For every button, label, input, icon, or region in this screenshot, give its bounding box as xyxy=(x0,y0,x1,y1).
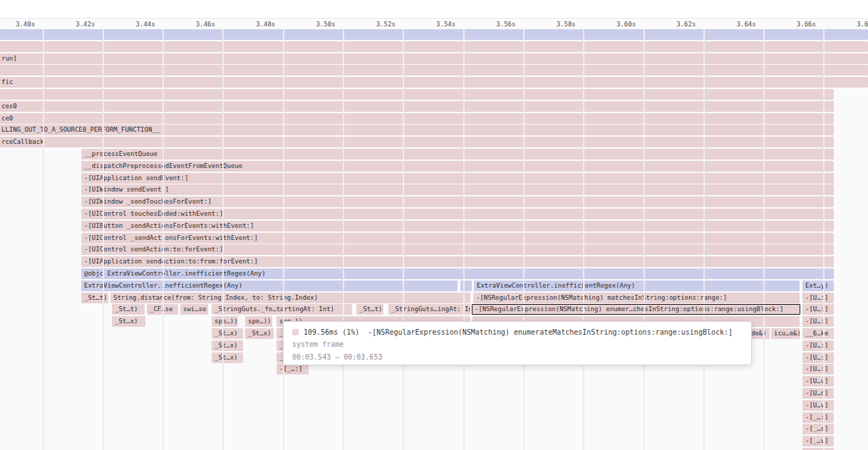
flame-bar[interactable]: _St…x) xyxy=(212,340,243,351)
flame-bar-label: -[UIButton _sendActionsForEvents:withEve… xyxy=(84,222,254,229)
gridline xyxy=(463,29,465,450)
flame-bar-label: _St…x) xyxy=(215,330,238,337)
gridline xyxy=(823,29,825,450)
flame-bar[interactable]: _StringGuts…ingAt: Int) xyxy=(388,304,470,315)
flame-bar[interactable]: Ext…y) xyxy=(802,281,834,291)
flame-bar[interactable]: -[NSRegularExpression(NSMatching) matche… xyxy=(473,293,800,303)
flame-bar[interactable]: ExtraViewController.inefficientRegex(Any… xyxy=(81,281,458,291)
flame-bar[interactable]: @objc ExtraViewController.inefficientReg… xyxy=(81,268,834,279)
gridline xyxy=(343,29,344,450)
time-axis-label: 3.46s xyxy=(191,20,219,28)
flame-bar[interactable]: String.distance(from: String.Index, to: … xyxy=(110,293,470,303)
gridline xyxy=(43,29,44,450)
flame-bar[interactable] xyxy=(0,41,868,52)
tooltip-time-range: 00:03.543 — 00:03.653 xyxy=(292,353,382,361)
flame-bar[interactable]: fic xyxy=(0,77,868,88)
gridline xyxy=(703,29,705,450)
flame-bar-label: -[U…v] xyxy=(805,402,829,409)
flame-bar[interactable]: -[U…v] xyxy=(802,400,834,411)
flame-bar-label: ce0 xyxy=(1,115,13,122)
flame-bar[interactable]: -[U…d] xyxy=(802,388,834,399)
flame-bar-label: -[UIApplication sendEvent:] xyxy=(84,174,188,182)
flame-bar[interactable]: _St…t) xyxy=(356,304,383,315)
flame-bar[interactable]: __dispatchPreprocessedEventFromEventQueu… xyxy=(81,161,834,172)
flame-bar[interactable]: -[UIWindow _sendTouchesForEvent:] xyxy=(81,197,834,207)
flame-bar[interactable]: -[UIControl touchesEnded:withEvent:] xyxy=(81,209,834,219)
flame-bar[interactable]: spe…)) xyxy=(245,316,272,327)
flame-bar-label: -[U…:] xyxy=(805,354,829,361)
gridline xyxy=(644,29,645,450)
flame-bar[interactable]: -[UIButton _sendActionsForEvents:withEve… xyxy=(81,221,834,231)
flame-bar[interactable]: -[U…:] xyxy=(802,352,834,363)
flame-bar-label: -[U…:] xyxy=(805,318,829,325)
flame-bar-label: String.distance(from: String.Index, to: … xyxy=(113,294,318,301)
flame-bar[interactable]: -[U…v] xyxy=(802,376,834,387)
flame-bar[interactable]: -[UIControl _sendActionsForEvents:withEv… xyxy=(81,233,834,244)
flame-bar[interactable]: -[_…v] xyxy=(802,436,834,446)
flame-bar-label: -[U…:] xyxy=(805,294,829,301)
flame-bar-label: _St…t) xyxy=(115,305,138,313)
flame-bar[interactable]: -[U…:] xyxy=(802,364,834,375)
flame-bar[interactable]: __6…ke xyxy=(802,328,834,339)
flame-bar-label: -[UIApplication sendAction:to:from:forEv… xyxy=(84,258,258,265)
flame-bar[interactable]: spe…)) xyxy=(212,316,238,327)
flame-bar[interactable]: ces0 xyxy=(0,101,834,112)
time-axis-label: 3.40s xyxy=(11,20,40,28)
flame-bar-label: _St…x) xyxy=(248,330,272,337)
flame-bar[interactable]: -[U…:] xyxy=(802,304,834,315)
flame-bar-label: -[_…s] xyxy=(805,425,829,432)
flame-bar-label: -[U…:] xyxy=(805,342,829,349)
flame-bar[interactable]: _St…t) xyxy=(81,293,108,303)
flame-bar[interactable]: _St…x) xyxy=(212,328,243,339)
flame-bar-label: -[UIControl touchesEnded:withEvent:] xyxy=(84,210,223,217)
flame-bar-label: -[UIControl sendAction:to:forEvent:] xyxy=(84,246,223,253)
flame-bar[interactable]: __processEventQueue xyxy=(81,149,834,159)
flame-bar-label: -[U…:] xyxy=(805,365,829,372)
flame-bar-label: ces0 xyxy=(1,103,17,110)
flame-bar[interactable]: -[_…s] xyxy=(802,424,834,434)
flame-bar[interactable]: -[U…:] xyxy=(802,293,834,303)
flame-bar[interactable]: rceCallback xyxy=(0,137,834,147)
time-axis-label: 3.64s xyxy=(732,20,760,28)
flame-bar[interactable]: _St…x) xyxy=(112,316,145,327)
flame-bar[interactable]: _St…x) xyxy=(212,352,243,363)
flame-bar[interactable] xyxy=(0,89,834,100)
flame-bar[interactable]: _St…t) xyxy=(112,304,145,315)
flame-bar-label: LLING_OUT_TO_A_SOURCE0_PERFORM_FUNCTION_… xyxy=(1,126,160,133)
flame-bar[interactable]: LLING_OUT_TO_A_SOURCE0_PERFORM_FUNCTION_… xyxy=(0,125,834,135)
flame-bar-label: -[_…v] xyxy=(805,437,829,444)
time-axis-label: 3.42s xyxy=(71,20,100,28)
flame-bar[interactable]: icu…e&) xyxy=(771,328,800,339)
time-axis-label: 3.50s xyxy=(311,20,340,28)
flame-bar[interactable] xyxy=(0,65,868,75)
flame-bar[interactable]: run] xyxy=(0,53,868,64)
gridline xyxy=(222,29,224,450)
flame-bar[interactable]: -[_…:] xyxy=(802,412,834,423)
flame-bar-label: rceCallback xyxy=(1,138,44,145)
flame-bar[interactable] xyxy=(0,29,868,40)
flame-bar-label: -[NSRegularExpression(NSMatching) matche… xyxy=(476,294,727,301)
flame-bar[interactable]: -[UIWindow sendEvent:] xyxy=(81,184,834,195)
flame-bar-label: _St…x) xyxy=(215,342,238,349)
flame-graph: 3.40s3.42s3.44s3.46s3.48s3.50s3.52s3.54s… xyxy=(0,0,868,450)
flame-bar-label: _StringGuts._fo…tartingAt: Int) xyxy=(215,305,334,313)
time-axis-label: 3.48s xyxy=(252,20,280,28)
time-ruler xyxy=(0,0,868,19)
flame-bar[interactable]: _St…x) xyxy=(245,328,274,339)
tooltip-subtitle: system frame xyxy=(292,340,343,348)
flame-bar[interactable]: -[UIApplication sendEvent:] xyxy=(81,173,834,184)
flame-bar[interactable]: -[UIApplication sendAction:to:from:forEv… xyxy=(81,256,834,267)
time-axis-label: 3.62s xyxy=(672,20,701,28)
flame-bar[interactable]: swi…se xyxy=(180,304,208,315)
flame-bar[interactable]: _StringGuts._fo…tartingAt: Int) xyxy=(212,304,352,315)
flame-bar-label: __processEventQueue xyxy=(84,150,157,157)
time-axis-label: 3.68s xyxy=(852,20,868,28)
flame-bar[interactable]: ce0 xyxy=(0,113,834,124)
flame-bar[interactable]: -[_…:] xyxy=(277,364,309,375)
gridline xyxy=(523,29,525,450)
flame-bar[interactable]: -[UIControl sendAction:to:forEvent:] xyxy=(81,244,834,255)
flame-bar[interactable] xyxy=(460,281,472,291)
flame-bar[interactable]: -[U…:] xyxy=(802,316,834,327)
flame-bar-label: @objc ExtraViewController.inefficientReg… xyxy=(84,270,266,277)
flame-bar[interactable]: -[U…:] xyxy=(802,340,834,351)
